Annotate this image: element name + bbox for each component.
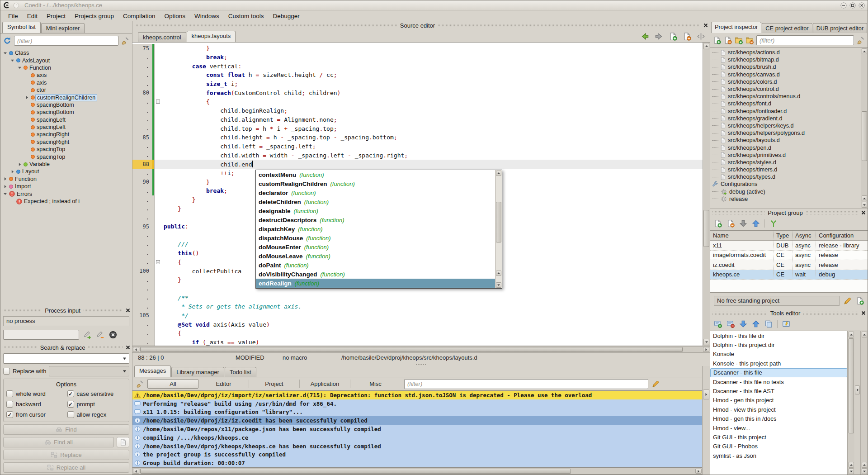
tool-item[interactable]: Dscanner - this file [710,368,847,377]
code-line[interactable]: 80 foreach(CustomControl child; children… [132,88,703,97]
symbol-tree-item[interactable]: spacingLeft [0,124,132,131]
source-editor[interactable]: 75 } . break; . [132,42,710,346]
project-file-item[interactable]: src/kheops/actions.d [710,49,861,56]
fold-column[interactable] [155,71,161,80]
category-filter-button[interactable]: Editor [198,380,249,388]
symbol-tree-item[interactable]: Variable [0,161,132,168]
completion-item[interactable]: dispatchKey (function) [256,224,495,233]
fold-column[interactable] [155,88,161,97]
line-number[interactable]: 75 [132,44,152,53]
log-row[interactable]: /home/basile/Dev/repos/x11/package.json … [132,425,702,433]
close-icon[interactable] [861,210,866,215]
code-line[interactable]: 85 child.height = h - _spacing.top - _sp… [132,133,703,142]
project-file-item[interactable]: src/kheops/helpers/keys.d [710,122,861,129]
project-file-item[interactable]: src/kheops/helpers/polygons.d [710,129,861,137]
scroll-down-button[interactable] [703,339,709,345]
new-project-icon[interactable] [856,297,864,305]
line-number[interactable]: . [132,302,152,311]
editor-hscrollbar[interactable] [132,346,710,353]
tool-item[interactable]: Dolphin - this project dir [710,340,847,349]
line-number[interactable]: . [132,53,152,62]
tool-item[interactable]: Konsole - this project path [710,359,847,368]
editor-tab[interactable]: kheops.control [138,32,186,42]
code-line[interactable]: . { [132,97,703,106]
replace-with-checkbox[interactable] [3,368,10,375]
expander-icon[interactable] [25,88,29,92]
configuration-item[interactable]: release [710,195,861,203]
category-filter-button[interactable]: Application [300,380,350,388]
scroll-right-button[interactable] [703,347,709,352]
symbol-tree-item[interactable]: Function [0,64,132,71]
line-number[interactable]: . [132,293,152,302]
tool-item[interactable]: Hmod - gen this project [710,396,847,405]
tool-item[interactable]: Git GUI - Phobos [710,442,847,451]
code-line[interactable]: . if (_axis == value) [132,338,703,346]
line-number[interactable]: . [132,151,152,160]
messages-tab[interactable]: Library manager [171,367,224,377]
messages-filter-input[interactable] [404,379,648,389]
line-number[interactable]: 95 [132,222,152,231]
project-file-item[interactable]: src/kheops/gradient.d [710,115,861,122]
code-line[interactable]: 105 */ [132,311,703,320]
menu-item[interactable]: Options [160,11,189,21]
menu-item[interactable]: Project [42,11,70,21]
run-tool-icon[interactable] [782,320,790,328]
fold-column[interactable] [155,329,161,338]
go-forward-icon[interactable] [655,32,663,41]
line-number[interactable]: . [132,285,152,294]
inspector-vscrollbar[interactable] [861,48,868,208]
checkbox-box[interactable] [6,411,13,418]
fold-column[interactable] [155,142,161,151]
fold-column[interactable] [155,177,161,186]
close-icon[interactable] [703,23,708,28]
fold-column[interactable] [155,285,161,294]
project-file-item[interactable]: src/kheops/controls/menus.d [710,93,861,100]
code-line[interactable]: . const float h = sizeRect.height / cc; [132,71,703,80]
symbol-tree-item[interactable]: Layout [0,168,132,175]
code-line[interactable]: . /** [132,293,703,302]
left-tab[interactable]: Symbol list [2,22,41,33]
code-line[interactable]: . size_t i; [132,80,703,89]
table-row[interactable]: imageformats.coedit CE async release [710,251,868,261]
completion-item[interactable]: destructDescriptors (function) [256,215,495,224]
symbol-tree-item[interactable]: Import [0,183,132,190]
completion-item[interactable]: customRealignChildren (function) [256,179,495,188]
scroll-thumb[interactable] [849,338,854,433]
close-icon[interactable] [126,345,130,350]
project-file-item[interactable]: src/kheops/pen.d [710,144,861,151]
code-line[interactable]: 88 child.end [132,160,703,169]
messages-tab[interactable]: Messages [134,366,171,377]
project-file-item[interactable]: src/kheops/colors.d [710,78,861,86]
completion-item[interactable]: doVisibilityChanged (function) [256,270,495,279]
symbol-tree-item[interactable]: spacingTop [0,153,132,160]
completion-item[interactable]: endRealign (function) [256,279,495,288]
line-number[interactable]: . [132,276,152,285]
scroll-thumb[interactable] [496,202,501,242]
category-filter-button[interactable]: Misc [350,380,401,388]
project-file-item[interactable]: src/kheops/types.d [710,173,861,180]
symbol-tree-item[interactable]: ctor [0,86,132,94]
add-file-icon[interactable] [713,36,721,44]
fold-column[interactable] [155,240,161,249]
fold-column[interactable] [155,338,161,346]
fold-column[interactable] [155,293,161,302]
replace-all-button[interactable]: Replace all [3,462,129,473]
tool-item[interactable] [710,460,847,469]
code-line[interactable]: . { [132,329,703,338]
tool-item[interactable]: Hmod - view... [710,423,847,432]
menu-item[interactable]: Compilation [119,11,159,21]
menu-item[interactable]: Windows [190,11,223,21]
expander-icon[interactable] [25,140,29,144]
scroll-left-button[interactable] [133,469,139,474]
symbol-tree-item[interactable]: spacingRight [0,138,132,146]
split-view-icon[interactable] [697,32,705,41]
fold-column[interactable] [155,222,161,231]
clear-messages-icon[interactable] [136,380,144,388]
new-document-icon[interactable] [669,32,677,41]
menu-item[interactable]: Projects group [71,11,118,21]
scroll-up-button[interactable] [862,462,867,468]
expander-icon[interactable] [10,170,14,174]
line-number[interactable]: . [132,231,152,240]
fold-column[interactable] [155,97,161,106]
remove-file-icon[interactable] [724,36,732,44]
